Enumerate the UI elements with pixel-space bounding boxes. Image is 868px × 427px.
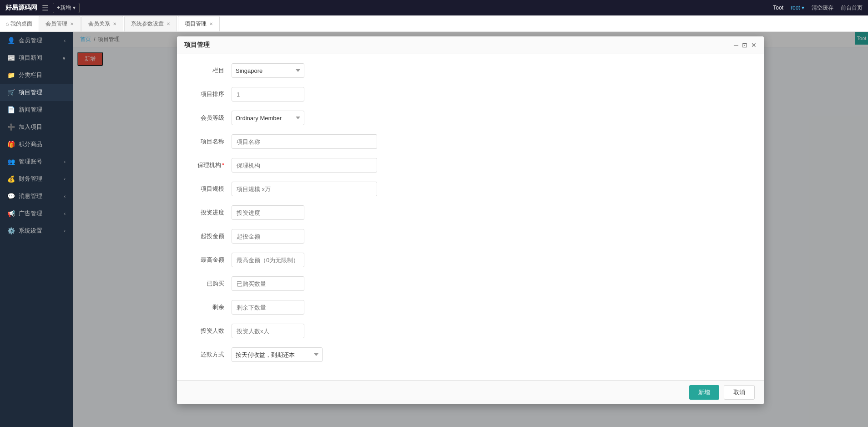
sidebar-item-system-settings[interactable]: ⚙️ 系统设置 ‹ [0,222,73,239]
chevron-icon: ‹ [64,159,66,164]
user-menu[interactable]: root ▾ [791,5,804,11]
level-select[interactable]: Ordinary MemberVIP MemberPremium Member [232,111,304,125]
finance-icon: 💰 [7,175,15,183]
progress-input[interactable] [232,205,304,220]
form-row-purchased: 已购买 [195,276,746,291]
topbar-right: Toot root ▾ 清空缓存 前台首页 [773,4,863,12]
news-icon: 📰 [7,54,15,61]
sort-input[interactable] [232,87,304,102]
tab-system-params[interactable]: 系统参数设置 ✕ [124,16,177,31]
modal-title: 项目管理 [184,41,210,49]
custodian-input[interactable] [232,158,377,173]
sidebar-item-admin-account[interactable]: 👥 管理账号 ‹ [0,153,73,170]
remaining-label: 剩余 [195,303,232,311]
chevron-icon: ∨ [62,56,66,61]
min-invest-label: 起投金额 [195,232,232,240]
gift-icon: 🎁 [7,141,15,148]
sidebar-item-news-management[interactable]: 📄 新闻管理 [0,101,73,118]
submit-button[interactable]: 新增 [689,385,719,400]
site-logo: 好易源码网 [5,4,37,12]
chevron-icon: ‹ [64,229,66,234]
topbar: 好易源码网 ☰ +新增 ▾ Toot root ▾ 清空缓存 前台首页 [0,0,868,15]
sidebar-item-finance[interactable]: 💰 财务管理 ‹ [0,170,73,188]
repayment-select[interactable]: 按天付收益，到期还本到期还本付息按月付息，到期还本 [232,347,323,362]
chevron-icon: ‹ [64,211,66,216]
topbar-left: 好易源码网 ☰ +新增 ▾ [5,3,80,13]
menu-toggle-button[interactable]: ☰ [42,4,48,12]
purchased-input[interactable] [232,276,304,291]
tab-close-icon[interactable]: ✕ [167,21,170,26]
column-label: 栏目 [195,66,232,75]
tab-home[interactable]: ⌂ 我的桌面 [0,16,38,31]
form-row-progress: 投资进度 [195,205,746,220]
tab-close-icon[interactable]: ✕ [113,21,116,26]
max-invest-input[interactable] [232,253,304,267]
remaining-input[interactable] [232,300,304,315]
message-icon: 💬 [7,193,15,200]
tab-close-icon[interactable]: ✕ [209,21,213,26]
chevron-icon: ‹ [64,38,66,43]
modal-close-button[interactable]: ✕ [751,41,757,49]
progress-label: 投资进度 [195,208,232,217]
sidebar-item-ads[interactable]: 📢 广告管理 ‹ [0,205,73,222]
sort-label: 项目排序 [195,90,232,98]
modal-footer: 新增 取消 [177,380,764,404]
clear-cache-button[interactable]: 清空缓存 [812,4,833,12]
modal-controls: ─ ⊡ ✕ [734,41,757,49]
toot-label: Toot [773,5,783,11]
scale-label: 项目规模 [195,185,232,193]
sidebar-item-join-project[interactable]: ➕ 加入项目 [0,118,73,136]
user-icon: 👤 [7,37,15,44]
modal-body: 栏目 SingaporeHong KongTokyoNew York 项目排序 … [177,54,764,380]
form-row-custodian: 保理机构 [195,158,746,173]
modal-minimize-button[interactable]: ─ [734,41,738,49]
investors-input[interactable] [232,324,304,338]
sidebar-item-project-news[interactable]: 📰 项目新闻 ∨ [0,49,73,66]
chevron-icon: ‹ [64,194,66,199]
category-icon: 📁 [7,71,15,79]
sidebar-item-message[interactable]: 💬 消息管理 ‹ [0,188,73,205]
form-row-min-invest: 起投金额 [195,229,746,244]
scale-input[interactable] [232,182,377,196]
sidebar-item-points-goods[interactable]: 🎁 积分商品 [0,136,73,153]
sidebar-item-project-management[interactable]: 🛒 项目管理 [0,84,73,101]
tab-member-management[interactable]: 会员管理 ✕ [39,16,81,31]
modal-dialog: 项目管理 ─ ⊡ ✕ 栏目 SingaporeHong KongTokyoNew… [177,36,764,404]
investors-label: 投资人数 [195,327,232,335]
add-icon: ➕ [7,123,15,131]
form-row-scale: 项目规模 [195,182,746,196]
form-row-column: 栏目 SingaporeHong KongTokyoNew York [195,63,746,78]
form-row-level: 会员等级 Ordinary MemberVIP MemberPremium Me… [195,111,746,125]
form-row-repayment: 还款方式 按天付收益，到期还本到期还本付息按月付息，到期还本 [195,347,746,362]
tab-project-management[interactable]: 项目管理 ✕ [178,16,220,31]
modal-header: 项目管理 ─ ⊡ ✕ [177,36,764,54]
modal-overlay: 项目管理 ─ ⊡ ✕ 栏目 SingaporeHong KongTokyoNew… [73,32,868,427]
ads-icon: 📢 [7,210,15,217]
form-row-sort: 项目排序 [195,87,746,102]
min-invest-input[interactable] [232,229,304,244]
modal-maximize-button[interactable]: ⊡ [742,41,747,49]
main-layout: 👤 会员管理 ‹ 📰 项目新闻 ∨ 📁 分类栏目 🛒 项目管理 📄 新闻管理 ➕… [0,32,868,427]
tab-close-icon[interactable]: ✕ [70,21,74,26]
tabbar: ⌂ 我的桌面 会员管理 ✕ 会员关系 ✕ 系统参数设置 ✕ 项目管理 ✕ [0,15,868,32]
settings-icon: ⚙️ [7,227,15,234]
sidebar: 👤 会员管理 ‹ 📰 项目新闻 ∨ 📁 分类栏目 🛒 项目管理 📄 新闻管理 ➕… [0,32,73,427]
sidebar-item-member-management[interactable]: 👤 会员管理 ‹ [0,32,73,49]
form-row-remaining: 剩余 [195,300,746,315]
form-row-investors: 投资人数 [195,324,746,338]
tab-member-relation[interactable]: 会员关系 ✕ [81,16,123,31]
custodian-label: 保理机构 [195,161,232,169]
front-page-button[interactable]: 前台首页 [841,4,863,12]
name-label: 项目名称 [195,137,232,146]
column-select[interactable]: SingaporeHong KongTokyoNew York [232,63,304,78]
chevron-icon: ‹ [64,177,66,182]
cancel-button[interactable]: 取消 [724,385,755,400]
sidebar-item-category[interactable]: 📁 分类栏目 [0,66,73,84]
form-row-name: 项目名称 [195,134,746,149]
repayment-label: 还款方式 [195,351,232,359]
content-area: 首页 / 项目管理 新增 Toot 项目管理 ─ ⊡ ✕ [73,32,868,427]
new-add-button[interactable]: +新增 ▾ [53,3,80,13]
home-icon: ⌂ [5,20,9,27]
level-label: 会员等级 [195,114,232,122]
name-input[interactable] [232,134,377,149]
